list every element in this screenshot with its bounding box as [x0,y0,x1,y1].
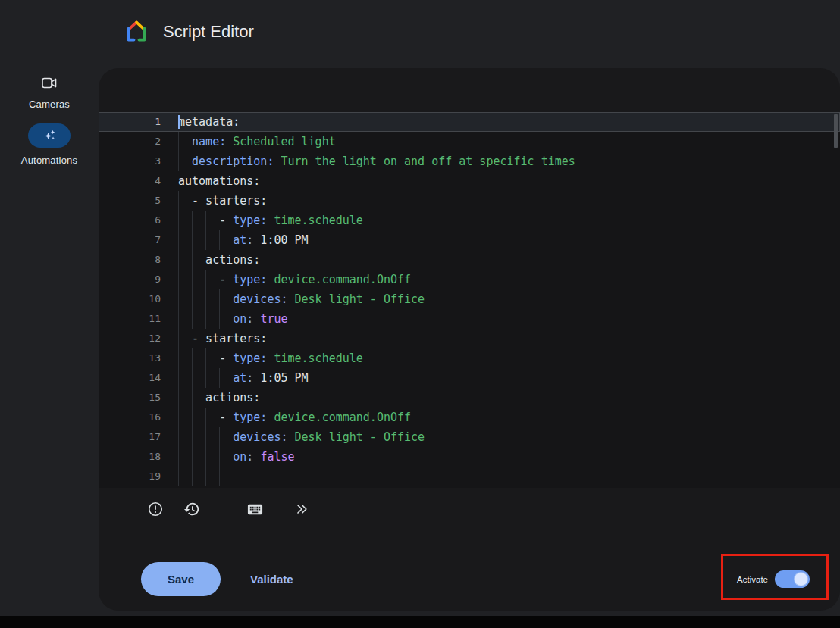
line-number: 6 [99,211,168,230]
indent-guide [192,427,193,447]
sidebar-item-label: Cameras [0,98,99,110]
editor-lines: 1metadata:2 name: Scheduled light3 descr… [99,112,840,486]
active-nav-pill [28,123,71,148]
line-number: 10 [99,289,168,309]
line-number: 15 [99,388,168,408]
indent-guide [205,309,206,329]
indent-guide [205,447,206,467]
save-button[interactable]: Save [141,562,221,596]
sidebar: Cameras Automations [0,68,99,166]
indent-guide [178,427,179,447]
code-line[interactable]: 2 name: Scheduled light [99,132,840,152]
line-number: 19 [99,467,168,486]
indent-guide [205,289,206,309]
indent-guide [178,388,179,408]
script-editor-app: Script Editor Cameras Automations [0,0,840,628]
indent-guide [192,348,193,368]
code-editor[interactable]: 1metadata:2 name: Scheduled light3 descr… [99,112,840,488]
line-number: 2 [99,132,168,152]
editor-toolbar [99,498,840,520]
indent-guide [205,270,206,289]
indent-guide [178,467,179,486]
indent-guide [205,211,206,230]
camera-icon [42,76,57,89]
line-number: 1 [99,112,168,132]
code-line[interactable]: 13 - type: time.schedule [99,348,840,368]
indent-guide [178,348,179,368]
problems-icon[interactable] [145,498,166,520]
page-title: Script Editor [163,22,254,42]
line-number: 5 [99,191,168,211]
footer-action-bar: Save Validate Activate [99,559,840,598]
window-edge [0,616,840,628]
line-number: 18 [99,447,168,467]
indent-guide [219,427,220,447]
indent-guide [192,211,193,230]
indent-guide [205,368,206,388]
indent-guide [219,230,220,250]
indent-guide [205,348,206,368]
sidebar-item-automations[interactable]: Automations [0,123,99,166]
code-line[interactable]: 8 actions: [99,250,840,270]
line-number: 14 [99,368,168,388]
line-number: 11 [99,309,168,329]
indent-guide [192,408,193,427]
code-line[interactable]: 19 [99,467,840,486]
indent-guide [219,447,220,467]
line-number: 7 [99,230,168,250]
toggle-thumb [795,573,807,586]
code-line[interactable]: 4automations: [99,171,840,191]
indent-guide [192,289,193,309]
code-line[interactable]: 3 description: Turn the light on and off… [99,152,840,171]
indent-guide [192,447,193,467]
line-number: 8 [99,250,168,270]
activate-group: Activate [737,562,810,596]
code-line[interactable]: 6 - type: time.schedule [99,211,840,230]
code-line[interactable]: 12 - starters: [99,329,840,348]
validate-button[interactable]: Validate [250,562,293,596]
indent-guide [205,427,206,447]
line-number: 13 [99,348,168,368]
code-line[interactable]: 1metadata: [99,112,840,132]
code-line[interactable]: 15 actions: [99,388,840,408]
indent-guide [178,211,179,230]
indent-guide [192,467,193,486]
code-line[interactable]: 16 - type: device.command.OnOff [99,408,840,427]
double-chevron-icon[interactable] [291,498,312,520]
line-number: 4 [99,171,168,191]
code-line[interactable]: 7 at: 1:00 PM [99,230,840,250]
code-line[interactable]: 14 at: 1:05 PM [99,368,840,388]
keyboard-icon[interactable] [244,498,265,520]
line-number: 17 [99,427,168,447]
text-cursor [178,115,180,129]
indent-guide [178,270,179,289]
indent-guide [219,289,220,309]
indent-guide [205,467,206,486]
line-number: 9 [99,270,168,289]
indent-guide [192,230,193,250]
code-line[interactable]: 18 on: false [99,447,840,467]
indent-guide [219,368,220,388]
indent-guide [178,368,179,388]
indent-guide [178,250,179,270]
indent-guide [192,309,193,329]
indent-guide [219,309,220,329]
indent-guide [178,309,179,329]
sidebar-item-cameras[interactable]: Cameras [0,68,99,110]
line-number: 12 [99,329,168,348]
code-line[interactable]: 9 - type: device.command.OnOff [99,270,840,289]
google-home-logo-icon [124,18,149,44]
indent-guide [178,447,179,467]
activate-label: Activate [737,575,768,584]
indent-guide [205,408,206,427]
code-line[interactable]: 10 devices: Desk light - Office [99,289,840,309]
indent-guide [192,368,193,388]
indent-guide [219,467,220,486]
code-line[interactable]: 11 on: true [99,309,840,329]
indent-guide [205,230,206,250]
activate-toggle[interactable] [775,570,810,588]
code-line[interactable]: 17 devices: Desk light - Office [99,427,840,447]
scrollbar-thumb[interactable] [834,114,838,148]
history-icon[interactable] [181,498,202,520]
code-line[interactable]: 5 - starters: [99,191,840,211]
